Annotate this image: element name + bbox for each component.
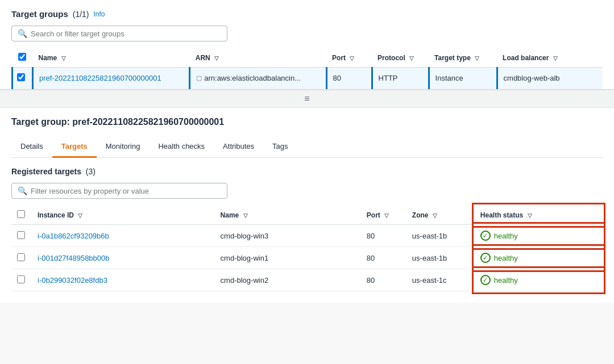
row-protocol-cell: HTTP	[372, 68, 429, 89]
row-load-balancer-cell: cmdblog-web-alb	[497, 68, 603, 89]
col-header-load-balancer: Load balancer ▽	[497, 48, 603, 68]
health-check-icon: ✓	[480, 231, 491, 241]
target-groups-search-input[interactable]	[31, 30, 221, 38]
col-header-arn: ARN ▽	[190, 48, 326, 68]
table-row: i-0b299032f02e8fdb3 cmd-blog-win2 80 us-…	[11, 269, 603, 291]
health-status-value: ✓ healthy	[480, 231, 597, 241]
registered-targets-filter-input[interactable]	[31, 187, 221, 195]
port2-sort-icon: ▽	[384, 212, 389, 219]
col-header-name2: Name ▽	[215, 206, 361, 225]
name2-sort-icon: ▽	[243, 212, 248, 219]
detail-section: Target group: pref-202211082258219607000…	[0, 108, 614, 158]
target-groups-search-bar: 🔍	[11, 26, 227, 41]
reg-select-all-checkbox[interactable]	[17, 210, 25, 218]
instance-sort-icon: ▽	[78, 212, 82, 219]
reg-row-checkbox-cell	[11, 225, 32, 247]
col-header-health-status: Health status ▽	[475, 206, 603, 225]
tab-tags[interactable]: Tags	[263, 136, 297, 158]
table-row: i-001d27f48958bb00b cmd-blog-win1 80 us-…	[11, 247, 603, 269]
health-sort-icon: ▽	[528, 212, 532, 219]
target-group-name-link[interactable]: pref-20221108225821960700000001	[39, 74, 161, 82]
health-status-text: healthy	[494, 254, 518, 262]
arn-value: arn:aws:elasticloadbalancin...	[204, 74, 301, 82]
instance-id-link[interactable]: i-001d27f48958bb00b	[38, 254, 110, 262]
target-groups-table: Name ▽ ARN ▽ Port ▽ Protocol ▽ Target ty…	[11, 48, 603, 89]
reg-row-health-cell: ✓ healthy	[475, 247, 603, 269]
registered-targets-filter-bar: 🔍	[11, 183, 227, 199]
row-port-cell: 80	[326, 68, 372, 89]
health-check-icon: ✓	[480, 253, 491, 263]
reg-row-name-cell: cmd-blog-win3	[215, 225, 361, 247]
reg-select-all-header	[11, 206, 32, 225]
reg-row-checkbox-cell	[11, 247, 32, 269]
tab-attributes[interactable]: Attributes	[214, 136, 263, 158]
filter-search-icon: 🔍	[18, 186, 27, 195]
instance-id-link[interactable]: i-0a1b862cf93209b6b	[38, 232, 109, 240]
reg-row-port-cell: 80	[361, 247, 406, 269]
reg-row-checkbox[interactable]	[17, 231, 25, 239]
health-check-icon: ✓	[480, 275, 491, 285]
reg-row-checkbox-cell	[11, 269, 32, 291]
registered-targets-section: Registered targets (3) 🔍 Instance ID ▽ N…	[0, 158, 614, 303]
row-checkbox[interactable]	[17, 73, 25, 81]
tab-targets[interactable]: Targets	[52, 136, 97, 158]
row-arn-cell: ▢ arn:aws:elasticloadbalancin...	[190, 68, 326, 89]
reg-row-health-cell: ✓ healthy	[475, 269, 603, 291]
reg-row-name-cell: cmd-blog-win2	[215, 269, 361, 291]
target-type-sort-icon: ▽	[475, 55, 479, 61]
tab-health-checks[interactable]: Health checks	[149, 136, 214, 158]
health-status-text: healthy	[494, 232, 518, 240]
target-groups-label: Target groups	[11, 9, 68, 19]
row-target-type-cell: Instance	[429, 68, 497, 89]
select-all-checkbox[interactable]	[18, 53, 26, 61]
target-groups-count: (1/1)	[73, 10, 89, 19]
port-sort-icon: ▽	[350, 55, 354, 61]
health-status-text: healthy	[494, 276, 518, 284]
registered-targets-title: Registered targets (3)	[11, 167, 603, 176]
col-header-instance-id: Instance ID ▽	[32, 206, 215, 225]
arn-sort-icon: ▽	[214, 55, 219, 61]
reg-row-zone-cell: us-east-1c	[406, 269, 475, 291]
bottom-spacer	[11, 291, 603, 303]
tab-details[interactable]: Details	[11, 136, 52, 158]
tab-monitoring[interactable]: Monitoring	[97, 136, 150, 158]
col-header-port2: Port ▽	[361, 206, 406, 225]
zone-sort-icon: ▽	[433, 212, 437, 219]
select-all-header	[13, 48, 33, 68]
protocol-sort-icon: ▽	[409, 55, 414, 61]
reg-row-checkbox[interactable]	[17, 275, 25, 283]
reg-row-port-cell: 80	[361, 269, 406, 291]
reg-row-instance-cell: i-0b299032f02e8fdb3	[32, 269, 215, 291]
search-icon: 🔍	[18, 29, 27, 38]
table-row: pref-20221108225821960700000001 ▢ arn:aw…	[13, 68, 603, 89]
info-link[interactable]: Info	[94, 10, 105, 18]
col-header-target-type: Target type ▽	[429, 48, 497, 68]
health-status-value: ✓ healthy	[480, 253, 597, 263]
reg-row-checkbox[interactable]	[17, 253, 25, 261]
row-checkbox-cell	[13, 68, 33, 89]
copy-icon: ▢	[196, 74, 202, 82]
reg-row-instance-cell: i-001d27f48958bb00b	[32, 247, 215, 269]
reg-row-port-cell: 80	[361, 225, 406, 247]
health-status-value: ✓ healthy	[480, 275, 597, 285]
instance-id-link[interactable]: i-0b299032f02e8fdb3	[38, 276, 107, 284]
section-title: Target groups (1/1) Info	[11, 9, 603, 19]
col-header-name: Name ▽	[33, 48, 190, 68]
reg-row-zone-cell: us-east-1b	[406, 225, 475, 247]
registered-targets-table: Instance ID ▽ Name ▽ Port ▽ Zone ▽ Healt…	[11, 206, 603, 291]
tabs-container: Details Targets Monitoring Health checks…	[11, 136, 603, 158]
resize-handle-icon: ≡	[304, 94, 309, 104]
reg-row-name-cell: cmd-blog-win1	[215, 247, 361, 269]
divider-section: ≡	[0, 90, 614, 108]
col-header-zone: Zone ▽	[406, 206, 475, 225]
target-groups-section: Target groups (1/1) Info 🔍 Name ▽ ARN ▽	[0, 0, 614, 90]
col-header-protocol: Protocol ▽	[372, 48, 429, 68]
table-row: i-0a1b862cf93209b6b cmd-blog-win3 80 us-…	[11, 225, 603, 247]
reg-row-instance-cell: i-0a1b862cf93209b6b	[32, 225, 215, 247]
row-name-cell: pref-20221108225821960700000001	[33, 68, 190, 89]
target-group-title: Target group: pref-202211082258219607000…	[11, 117, 603, 127]
name-sort-icon: ▽	[61, 55, 66, 61]
col-header-port: Port ▽	[326, 48, 372, 68]
reg-row-zone-cell: us-east-1b	[406, 247, 475, 269]
load-balancer-sort-icon: ▽	[553, 55, 558, 61]
